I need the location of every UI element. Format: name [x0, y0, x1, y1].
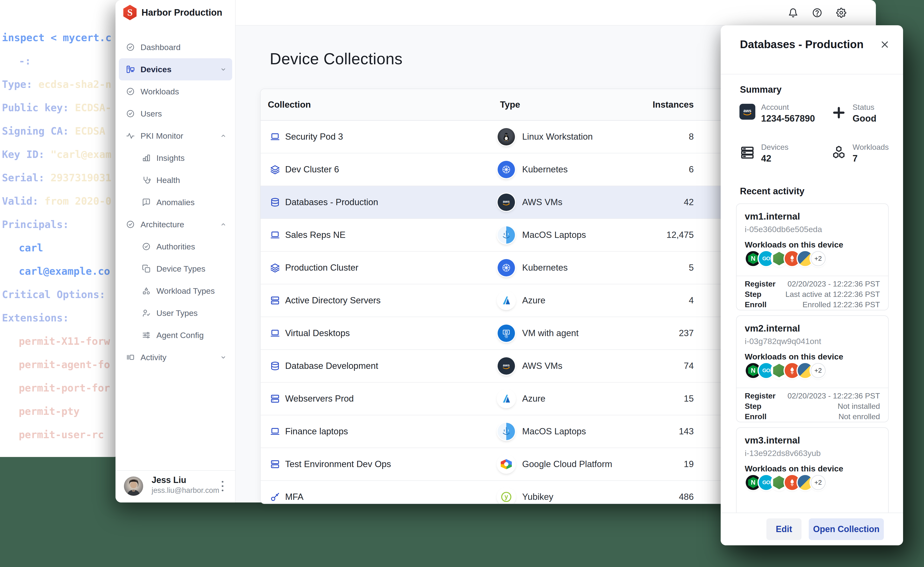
- sidebar-item-architecture[interactable]: Architecture: [119, 213, 232, 235]
- terminal-line: Public key: ECDSA-: [2, 96, 111, 119]
- recent-activity-label: Recent activity: [740, 186, 804, 197]
- terminal-line: permit-pty: [2, 400, 111, 423]
- workloads-label: Workloads on this device: [745, 464, 843, 473]
- gear-icon[interactable]: [836, 8, 846, 18]
- go-icon: GO: [759, 251, 774, 266]
- column-header-type: Type: [500, 89, 520, 120]
- chevron-down-icon: [220, 66, 227, 73]
- sidebar-item-user-types[interactable]: User Types: [119, 302, 232, 324]
- sidebar-item-label: PKI Monitor: [141, 131, 183, 141]
- sidebar-item-users[interactable]: Users: [119, 102, 232, 125]
- sidebar-item-anomalies[interactable]: Anomalies: [119, 191, 232, 213]
- key-icon: [270, 492, 280, 502]
- type-name: Azure: [522, 284, 546, 317]
- k8s-avatar-icon: [498, 161, 515, 178]
- close-icon[interactable]: [879, 39, 890, 50]
- sidebar-item-health[interactable]: Health: [119, 169, 232, 191]
- sidebar-item-device-types[interactable]: Device Types: [119, 258, 232, 280]
- kebab-menu-icon[interactable]: [218, 479, 227, 493]
- sidebar-item-label: Architecture: [141, 220, 184, 229]
- panel-divider: [721, 74, 903, 74]
- panel-title: Databases - Production: [740, 38, 864, 51]
- linux-avatar-icon: [498, 128, 515, 146]
- sidebar-item-devices[interactable]: Devices: [119, 58, 232, 80]
- workloads-label: Workloads on this device: [745, 352, 843, 361]
- help-icon[interactable]: [812, 8, 822, 18]
- insights-icon: [142, 153, 151, 162]
- terminal-line: permit-user-rc: [2, 423, 111, 447]
- workload-chips: NGO+2: [746, 475, 826, 490]
- stage: inspect < mycert.c-:Type: ecdsa-sha2-nPu…: [0, 0, 924, 567]
- brand-title: Harbor Production: [141, 0, 222, 25]
- python-icon: [798, 251, 813, 266]
- device-name: vm1.internal: [745, 211, 800, 222]
- terminal-line: Critical Options:: [2, 283, 111, 306]
- type-name: VM with agent: [522, 317, 579, 349]
- sidebar-item-workload-types[interactable]: Workload Types: [119, 280, 232, 302]
- edit-button[interactable]: Edit: [766, 518, 801, 540]
- sidebar-item-authorities[interactable]: Authorities: [119, 235, 232, 258]
- collection-name: Webservers Prod: [285, 383, 354, 415]
- k8s-avatar-icon: [498, 259, 515, 277]
- layers-icon: [270, 263, 280, 272]
- chevron-down-icon: [220, 354, 227, 361]
- nodejs-icon: [772, 363, 787, 378]
- activity-rows: Register02/20/2023 - 12:22:36 PSTStepNot…: [745, 391, 880, 423]
- sidebar-item-label: Health: [156, 176, 180, 185]
- terminal-line: permit-agent-fo: [2, 353, 111, 376]
- activity-icon: [126, 353, 135, 362]
- sidebar-item-label: Authorities: [156, 242, 195, 251]
- collection-name: MFA: [285, 481, 303, 504]
- svg-text:aws: aws: [503, 363, 510, 367]
- instances-count: 12,475: [666, 219, 694, 251]
- activity-rows: Register02/20/2023 - 12:22:36 PSTStepLas…: [745, 280, 880, 311]
- type-name: Linux Workstation: [522, 120, 592, 153]
- status-plus-icon: [831, 105, 846, 120]
- prometheus-icon: [784, 475, 800, 490]
- summary-tile-account: awsAccount1234-567890: [740, 103, 826, 134]
- instances-count: 5: [688, 251, 694, 284]
- page-title: Device Collections: [270, 50, 403, 68]
- workloads-label: Workloads on this device: [745, 240, 843, 250]
- sidebar-item-activity[interactable]: Activity: [119, 346, 232, 368]
- check-circle-icon: [126, 109, 135, 118]
- devices-icon: [126, 65, 135, 74]
- type-name: AWS VMs: [522, 186, 562, 218]
- sidebar-item-pki-monitor[interactable]: PKI Monitor: [119, 125, 232, 147]
- open-collection-button[interactable]: Open Collection: [809, 518, 884, 540]
- activity-row: EnrollEnrolled 12:22:36 PST: [745, 300, 880, 311]
- summary-tile-workloads: Workloads7: [831, 143, 918, 174]
- sidebar-item-workloads[interactable]: Workloads: [119, 80, 232, 102]
- panel-footer: Edit Open Collection: [721, 513, 903, 545]
- laptop-icon: [270, 328, 280, 338]
- device-id: i-13e922ds8v663yub: [745, 448, 821, 458]
- more-workloads-badge: +2: [811, 363, 826, 378]
- sidebar-item-label: Dashboard: [141, 43, 180, 52]
- check-circle-icon: [126, 220, 135, 229]
- aws-avatar-icon: aws: [498, 194, 515, 211]
- aws-avatar-icon: aws: [498, 357, 515, 374]
- bell-icon[interactable]: [788, 8, 798, 18]
- terminal-line: Type: ecdsa-sha2-n: [2, 73, 111, 96]
- laptop-icon: [270, 427, 280, 436]
- instances-count: 42: [684, 186, 694, 218]
- sidebar-item-agent-config[interactable]: Agent Config: [119, 324, 232, 346]
- sidebar-item-dashboard[interactable]: Dashboard: [119, 36, 232, 58]
- sidebar-item-label: Activity: [141, 353, 166, 362]
- more-workloads-badge: +2: [811, 475, 826, 490]
- tile-label: Status: [852, 103, 874, 112]
- type-name: AWS VMs: [522, 350, 562, 382]
- sidebar-item-label: Workloads: [141, 87, 179, 96]
- device-card-vm2.internal: vm2.internali-03g782qw9q041ontWorkloads …: [736, 316, 889, 422]
- laptop-icon: [270, 230, 280, 240]
- sidebar-item-insights[interactable]: Insights: [119, 147, 232, 169]
- terminal-line: permit-X11-forw: [2, 329, 111, 353]
- collection-name: Virtual Desktops: [285, 317, 350, 349]
- terminal-line: carl@example.co: [2, 260, 111, 283]
- avatar: [124, 477, 143, 496]
- terminal-line: Key ID: "carl@exam: [2, 143, 111, 166]
- server-icon: [270, 296, 280, 305]
- tile-label: Workloads: [852, 143, 889, 152]
- terminal-line: Extensions:: [2, 306, 111, 329]
- nginx-icon: N: [746, 251, 760, 266]
